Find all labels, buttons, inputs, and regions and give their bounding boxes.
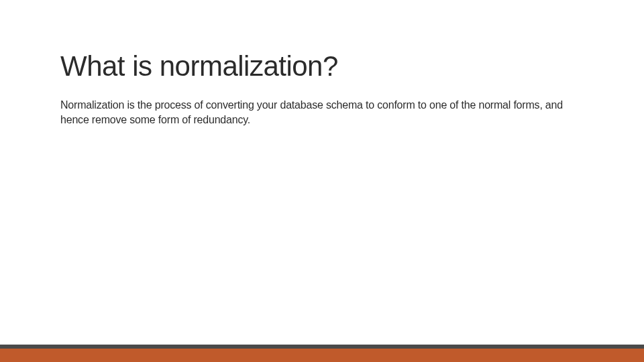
footer-accent-bar [0, 345, 644, 362]
slide-title: What is normalization? [60, 51, 584, 82]
slide-body: Normalization is the process of converti… [60, 98, 570, 127]
slide-content: What is normalization? Normalization is … [0, 0, 644, 127]
footer-bar-bottom [0, 349, 644, 362]
